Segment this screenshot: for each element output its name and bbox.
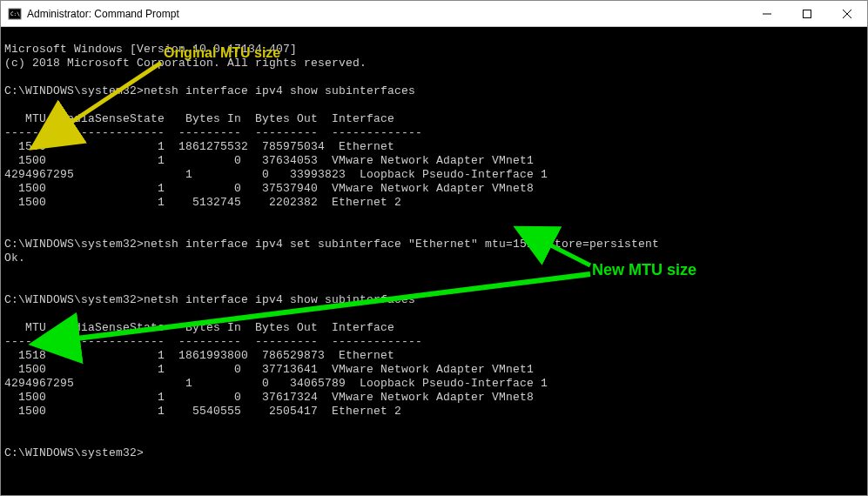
prompt: C:\WINDOWS\system32> (4, 446, 144, 459)
close-button[interactable] (827, 1, 867, 26)
table-divider: ------ --------------- --------- -------… (4, 126, 422, 139)
table-row: 1500 1 0 37537940 VMware Network Adapter… (4, 182, 534, 195)
table-row: 1500 1 1861275532 785975034 Ethernet (4, 140, 394, 153)
prompt: C:\WINDOWS\system32> (4, 293, 144, 306)
svg-text:C:\: C:\ (10, 10, 20, 17)
table-divider: ------ --------------- --------- -------… (4, 335, 422, 348)
window-title: Administrator: Command Prompt (27, 8, 747, 20)
command: netsh interface ipv4 set subinterface "E… (144, 238, 659, 251)
table-row: 4294967295 1 0 34065789 Loopback Pseudo-… (4, 377, 548, 390)
command: netsh interface ipv4 show subinterfaces (144, 293, 415, 306)
table-row: 4294967295 1 0 33993823 Loopback Pseudo-… (4, 168, 548, 181)
command: netsh interface ipv4 show subinterfaces (144, 84, 415, 97)
terminal-line: Microsoft Windows [Version 10.0.17134.40… (4, 43, 297, 56)
table-header: MTU MediaSenseState Bytes In Bytes Out I… (4, 112, 394, 125)
table-row: 1500 1 0 37617324 VMware Network Adapter… (4, 391, 534, 404)
table-header: MTU MediaSenseState Bytes In Bytes Out I… (4, 321, 394, 334)
terminal-line: (c) 2018 Microsoft Corporation. All righ… (4, 57, 367, 70)
cmd-icon: C:\ (8, 7, 22, 21)
table-row: 1500 1 0 37713641 VMware Network Adapter… (4, 363, 534, 376)
prompt: C:\WINDOWS\system32> (4, 238, 144, 251)
titlebar[interactable]: C:\ Administrator: Command Prompt (1, 1, 867, 27)
command-prompt-window: C:\ Administrator: Command Prompt Micros… (0, 0, 868, 496)
svg-rect-3 (804, 10, 811, 17)
prompt: C:\WINDOWS\system32> (4, 84, 144, 97)
table-row: 1518 1 1861993800 786529873 Ethernet (4, 349, 394, 362)
maximize-button[interactable] (787, 1, 827, 26)
table-row: 1500 1 5132745 2202382 Ethernet 2 (4, 196, 401, 209)
minimize-button[interactable] (747, 1, 787, 26)
result: Ok. (4, 251, 25, 265)
table-row: 1500 1 0 37634053 VMware Network Adapter… (4, 154, 534, 167)
terminal-body[interactable]: Microsoft Windows [Version 10.0.17134.40… (1, 27, 867, 495)
table-row: 1500 1 5540555 2505417 Ethernet 2 (4, 405, 401, 418)
window-controls (747, 1, 867, 26)
